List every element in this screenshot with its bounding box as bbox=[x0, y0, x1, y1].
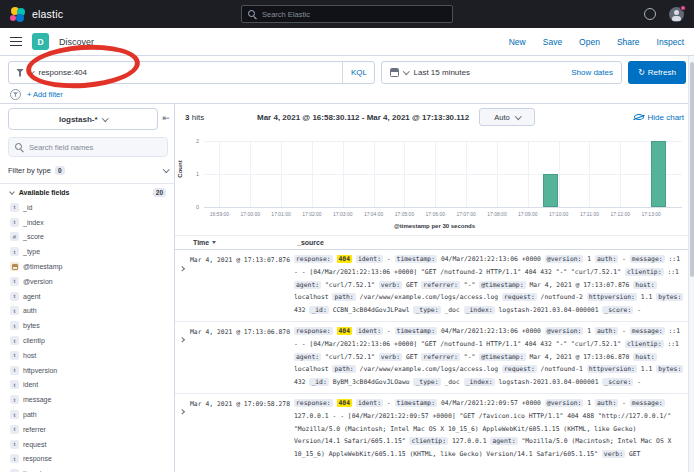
field-badge: bytes: bbox=[656, 293, 683, 301]
field-search-input[interactable] bbox=[29, 143, 161, 152]
query-input[interactable]: response:404 KQL bbox=[8, 61, 375, 84]
interval-select[interactable]: Auto bbox=[479, 108, 535, 126]
chevron-down-icon[interactable] bbox=[28, 68, 34, 74]
field-item-httpversion[interactable]: thttpversion bbox=[0, 363, 174, 378]
menu-item-open[interactable]: Open bbox=[579, 37, 600, 47]
field-badge: auth: bbox=[595, 327, 618, 335]
y-tick-label: 2 bbox=[175, 138, 199, 144]
x-tick-label: 17:07:00 bbox=[450, 211, 482, 217]
x-tick-label: 17:00:00 bbox=[234, 211, 266, 217]
field-badge: verb: bbox=[602, 450, 625, 458]
refresh-button[interactable]: ↻ Refresh bbox=[628, 61, 686, 84]
expand-icon[interactable] bbox=[180, 325, 190, 389]
content: ⇤ logstash-* Filter by type 0 Available … bbox=[0, 104, 694, 472]
hide-chart-link[interactable]: Hide chart bbox=[634, 113, 684, 122]
field-item-_type[interactable]: t_type bbox=[0, 244, 174, 259]
field-badge: @version: bbox=[545, 327, 584, 335]
index-pattern-select[interactable]: logstash-* bbox=[8, 108, 158, 130]
field-badge: message: bbox=[630, 399, 665, 407]
query-language-button[interactable]: KQL bbox=[342, 62, 367, 83]
collapse-sidebar-icon[interactable]: ⇤ bbox=[162, 113, 170, 123]
x-tick-label: 17:01:00 bbox=[265, 211, 297, 217]
y-tick-label: 1 bbox=[175, 171, 199, 177]
x-axis-line bbox=[204, 207, 682, 208]
field-item-_id[interactable]: t_id bbox=[0, 200, 174, 215]
available-fields-header[interactable]: Available fields 20 bbox=[10, 188, 166, 197]
query-text[interactable]: response:404 bbox=[39, 68, 87, 77]
field-badge: timestamp: bbox=[395, 327, 437, 335]
x-tick-label: 17:11:00 bbox=[573, 211, 605, 217]
date-picker[interactable]: Last 15 minutes Show dates bbox=[381, 61, 622, 84]
saved-query-menu-icon[interactable] bbox=[10, 89, 21, 100]
column-time[interactable]: Time bbox=[193, 239, 297, 246]
field-item-agent[interactable]: tagent bbox=[0, 289, 174, 304]
menu-item-share[interactable]: Share bbox=[617, 37, 640, 47]
filter-icon bbox=[16, 69, 24, 77]
field-item-request[interactable]: trequest bbox=[0, 437, 174, 452]
field-item-_index[interactable]: t_index bbox=[0, 215, 174, 230]
chevron-down-icon bbox=[515, 113, 521, 119]
notification-dot bbox=[680, 5, 686, 11]
time-range-value[interactable]: Last 15 minutes bbox=[414, 68, 470, 77]
menu-item-new[interactable]: New bbox=[509, 37, 526, 47]
sort-desc-icon bbox=[212, 241, 216, 244]
field-badge: _index: bbox=[464, 378, 495, 386]
row-source: response: 404 ident: - timestamp: 04/Mar… bbox=[294, 325, 694, 389]
histogram-bar[interactable] bbox=[651, 141, 666, 207]
breadcrumb: Discover bbox=[59, 37, 94, 47]
filter-by-type-count: 0 bbox=[55, 166, 65, 175]
chevron-down-icon[interactable] bbox=[403, 68, 409, 74]
field-badge: referrer: bbox=[421, 353, 460, 361]
field-item-timestamp[interactable]: ttimestamp bbox=[0, 466, 174, 472]
field-item-host[interactable]: thost bbox=[0, 348, 174, 363]
menu-icon[interactable] bbox=[10, 37, 22, 47]
field-item-path[interactable]: tpath bbox=[0, 407, 174, 422]
string-type-icon: t bbox=[10, 292, 19, 301]
add-filter-link[interactable]: + Add filter bbox=[27, 90, 63, 99]
row-time: Mar 4, 2021 @ 17:13:06.870 bbox=[190, 325, 294, 389]
global-header: elastic bbox=[0, 0, 694, 28]
menu-item-inspect[interactable]: Inspect bbox=[657, 37, 684, 47]
histogram-bar[interactable] bbox=[543, 174, 558, 207]
show-dates-link[interactable]: Show dates bbox=[571, 68, 613, 77]
scrollbar-thumb[interactable] bbox=[690, 62, 694, 277]
menu-item-save[interactable]: Save bbox=[543, 37, 562, 47]
field-name: _score bbox=[23, 233, 44, 240]
interval-value: Auto bbox=[494, 113, 509, 122]
scrollbar[interactable] bbox=[688, 56, 694, 472]
elastic-logo-icon[interactable] bbox=[10, 6, 26, 22]
query-band: response:404 KQL Last 15 minutes Show da… bbox=[0, 56, 694, 104]
field-item-response[interactable]: tresponse bbox=[0, 452, 174, 467]
available-fields-count: 20 bbox=[153, 188, 166, 197]
field-item-@timestamp[interactable]: @timestamp bbox=[0, 259, 174, 274]
row-time: Mar 4, 2021 @ 17:09:58.278 bbox=[190, 397, 294, 461]
field-item-ident[interactable]: tident bbox=[0, 378, 174, 393]
user-avatar[interactable] bbox=[669, 7, 684, 22]
help-icon[interactable] bbox=[644, 8, 656, 20]
field-badge: _id: bbox=[309, 378, 328, 386]
field-search[interactable] bbox=[8, 137, 168, 157]
filter-by-type[interactable]: Filter by type 0 bbox=[8, 161, 168, 179]
field-item-@version[interactable]: t@version bbox=[0, 274, 174, 289]
global-search[interactable] bbox=[241, 5, 453, 23]
field-list: t_idt_index#_scoret_type@timestampt@vers… bbox=[0, 200, 174, 472]
field-badge: bytes: bbox=[656, 365, 683, 373]
field-badge: path: bbox=[332, 293, 355, 301]
field-item-auth[interactable]: tauth bbox=[0, 304, 174, 319]
field-badge: agent: bbox=[294, 281, 321, 289]
field-item-message[interactable]: tmessage bbox=[0, 392, 174, 407]
field-item-clientip[interactable]: tclientip bbox=[0, 333, 174, 348]
expand-icon[interactable] bbox=[180, 253, 190, 317]
field-badge: response: bbox=[294, 327, 333, 335]
string-type-icon: t bbox=[10, 218, 19, 227]
expand-icon[interactable] bbox=[180, 397, 190, 461]
field-badge: request: bbox=[502, 293, 537, 301]
discover-app-icon[interactable]: D bbox=[32, 33, 49, 50]
string-type-icon: t bbox=[10, 351, 19, 360]
field-item-referrer[interactable]: treferrer bbox=[0, 422, 174, 437]
field-badge: path: bbox=[332, 365, 355, 373]
field-item-bytes[interactable]: tbytes bbox=[0, 318, 174, 333]
field-item-_score[interactable]: #_score bbox=[0, 230, 174, 245]
global-search-input[interactable] bbox=[262, 10, 446, 19]
field-badge: @timestamp: bbox=[479, 281, 525, 289]
